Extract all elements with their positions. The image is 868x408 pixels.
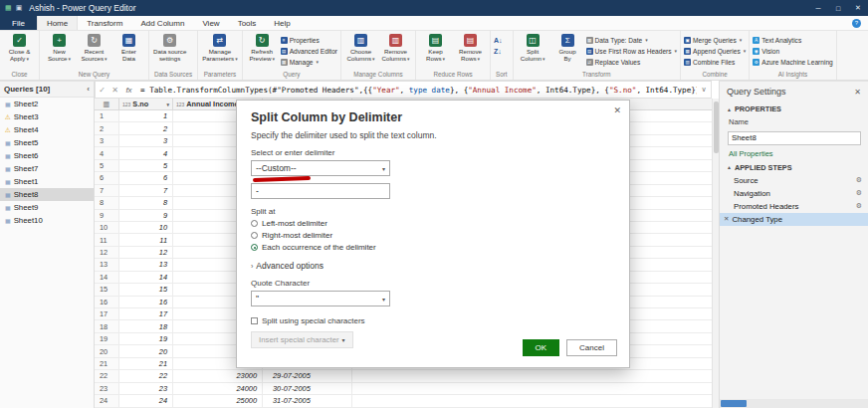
quote-character-select[interactable]: " ▾ xyxy=(251,291,390,306)
ribbon-button-keep-rows[interactable]: ▤Keep Rows▾ xyxy=(419,33,452,63)
row-number[interactable]: 3 xyxy=(95,135,119,146)
tab-transform[interactable]: Transform xyxy=(78,16,131,30)
cell-sno[interactable]: 5 xyxy=(119,160,173,171)
ribbon-button-close-apply[interactable]: ✓Close & Apply▾ xyxy=(3,33,36,63)
delete-step-icon[interactable]: ✕ xyxy=(724,215,729,223)
ok-button[interactable]: OK xyxy=(523,339,560,356)
ribbon-button-remove-columns[interactable]: ▥Remove Columns▾ xyxy=(379,33,412,63)
ribbon-button-replace-values[interactable]: ⇄Replace Values xyxy=(586,57,677,67)
cell-year[interactable]: 31-07-2005 xyxy=(263,395,352,406)
custom-delimiter-input[interactable] xyxy=(251,183,390,199)
row-number[interactable]: 21 xyxy=(95,358,119,369)
ribbon-button-use-first-row-as-headers[interactable]: ▤Use First Row as Headers▾ xyxy=(586,46,677,56)
all-properties-link[interactable]: All Properties xyxy=(720,145,868,159)
row-number[interactable]: 23 xyxy=(95,383,119,394)
tab-view[interactable]: View xyxy=(193,16,228,30)
applied-step-changed-type[interactable]: ✕Changed Type xyxy=(720,213,868,226)
gear-icon[interactable]: ⚙ xyxy=(856,189,862,197)
row-number[interactable]: 2 xyxy=(95,122,119,133)
cell-year[interactable]: 29-07-2005 xyxy=(263,370,352,381)
ribbon-button-sort-desc-icon[interactable]: Z↓ xyxy=(494,46,503,56)
cell-year[interactable]: 30-07-2005 xyxy=(263,383,352,394)
row-number[interactable]: 11 xyxy=(95,234,119,245)
maximize-button[interactable]: □ xyxy=(828,0,848,16)
query-item-sheet7[interactable]: ▦Sheet7 xyxy=(0,162,94,175)
query-item-sheet3[interactable]: ⚠Sheet3 xyxy=(0,110,94,123)
special-characters-checkbox[interactable] xyxy=(251,317,258,324)
query-item-sheet5[interactable]: ▦Sheet5 xyxy=(0,136,94,149)
cell-sno[interactable]: 13 xyxy=(119,259,173,270)
cell-sno[interactable]: 22 xyxy=(119,370,173,381)
row-number[interactable]: 4 xyxy=(95,147,119,158)
ribbon-button-manage-parameters[interactable]: ⇄Manage Parameters▾ xyxy=(201,33,239,63)
cell-sno[interactable]: 11 xyxy=(119,234,173,245)
tab-home[interactable]: Home xyxy=(37,16,78,30)
applied-step-source[interactable]: Source⚙ xyxy=(720,174,868,187)
query-item-sheet9[interactable]: ▦Sheet9 xyxy=(0,201,94,214)
delimiter-select[interactable]: --Custom-- ▾ xyxy=(251,160,390,176)
advanced-options-toggle[interactable]: › Advanced options xyxy=(251,261,615,271)
cell-sno[interactable]: 24 xyxy=(119,395,173,406)
ribbon-button-manage[interactable]: ▦Manage▾ xyxy=(281,57,337,67)
applied-steps-header[interactable]: ▲ APPLIED STEPS xyxy=(720,159,868,174)
ribbon-button-choose-columns[interactable]: ▥Choose Columns▾ xyxy=(344,33,377,63)
tab-file[interactable]: File xyxy=(0,16,37,30)
cancel-button[interactable]: Cancel xyxy=(566,339,617,356)
cell-income[interactable]: 24000 xyxy=(173,383,263,394)
ribbon-button-merge-queries[interactable]: ▣Merge Queries▾ xyxy=(684,35,746,45)
tab-tools[interactable]: Tools xyxy=(229,16,266,30)
ribbon-button-group-by[interactable]: ΣGroup By xyxy=(551,33,584,62)
ribbon-button-recent-sources[interactable]: ↻Recent Sources▾ xyxy=(78,33,110,63)
query-item-sheet8[interactable]: ▦Sheet8 xyxy=(0,188,94,201)
query-item-sheet1[interactable]: ▦Sheet1 xyxy=(0,175,94,188)
ribbon-button-sort-asc-icon[interactable]: A↓ xyxy=(494,35,503,45)
close-settings-icon[interactable]: ✕ xyxy=(854,88,861,97)
ribbon-button-refresh-preview[interactable]: ↻Refresh Preview▾ xyxy=(246,33,279,63)
row-number[interactable]: 8 xyxy=(95,197,119,208)
properties-section-header[interactable]: ▲ PROPERTIES xyxy=(720,101,868,115)
collapse-queries-icon[interactable]: ‹ xyxy=(87,85,90,94)
cell-sno[interactable]: 18 xyxy=(119,320,173,331)
cell-sno[interactable]: 20 xyxy=(119,345,173,356)
cell-sno[interactable]: 9 xyxy=(119,210,173,221)
cell-sno[interactable]: 2 xyxy=(119,122,173,133)
row-number[interactable]: 9 xyxy=(95,210,119,221)
ribbon-button-advanced-editor[interactable]: ▤Advanced Editor xyxy=(281,46,337,56)
row-number[interactable]: 22 xyxy=(95,370,119,381)
save-icon[interactable]: ▣ xyxy=(16,4,23,12)
ribbon-button-combine-files[interactable]: ▥Combine Files xyxy=(684,57,746,67)
help-icon[interactable]: ? xyxy=(852,19,861,28)
cell-income[interactable]: 25000 xyxy=(173,395,263,406)
row-number[interactable]: 15 xyxy=(95,284,119,295)
ribbon-button-new-source[interactable]: +New Source▾ xyxy=(43,33,76,63)
query-item-sheet10[interactable]: ▦Sheet10 xyxy=(0,214,94,227)
dialog-close-icon[interactable]: ✕ xyxy=(613,105,621,115)
radio-right-most-delimiter[interactable]: Right-most delimiter xyxy=(251,231,615,240)
cell-sno[interactable]: 19 xyxy=(119,333,173,344)
cell-sno[interactable]: 23 xyxy=(119,383,173,394)
discard-icon[interactable]: ✕ xyxy=(108,86,121,95)
minimize-button[interactable]: ─ xyxy=(808,0,828,16)
row-number[interactable]: 5 xyxy=(95,160,119,171)
column-header-s-no[interactable]: 123S.no▾ xyxy=(119,99,173,109)
ribbon-button-remove-rows[interactable]: ▤Remove Rows▾ xyxy=(454,33,487,63)
settings-scrollbar-thumb[interactable] xyxy=(721,400,747,407)
ribbon-button-data-type-date[interactable]: ▦Data Type: Date▾ xyxy=(586,35,677,45)
ribbon-button-vision[interactable]: ◉Vision xyxy=(753,46,832,56)
radio-left-most-delimiter[interactable]: Left-most delimiter xyxy=(251,219,615,228)
formula-input[interactable]: = Table.TransformColumnTypes(#"Promoted … xyxy=(136,86,697,95)
cell-sno[interactable]: 14 xyxy=(119,272,173,283)
row-number[interactable]: 20 xyxy=(95,345,119,356)
cell-sno[interactable]: 16 xyxy=(119,297,173,307)
close-button[interactable]: ✕ xyxy=(848,0,868,16)
commit-icon[interactable]: ✓ xyxy=(96,86,108,95)
row-number[interactable]: 12 xyxy=(95,247,119,258)
row-number[interactable]: 18 xyxy=(95,320,119,331)
row-number[interactable]: 6 xyxy=(95,172,119,183)
cell-sno[interactable]: 15 xyxy=(119,284,173,295)
ribbon-button-azure-machine-learning[interactable]: ⚙Azure Machine Learning xyxy=(753,57,832,67)
table-corner-icon[interactable]: ▦ xyxy=(95,99,119,109)
tab-add-column[interactable]: Add Column xyxy=(131,16,193,30)
ribbon-button-enter-data[interactable]: ▦Enter Data xyxy=(112,33,145,62)
cell-sno[interactable]: 8 xyxy=(119,197,173,208)
